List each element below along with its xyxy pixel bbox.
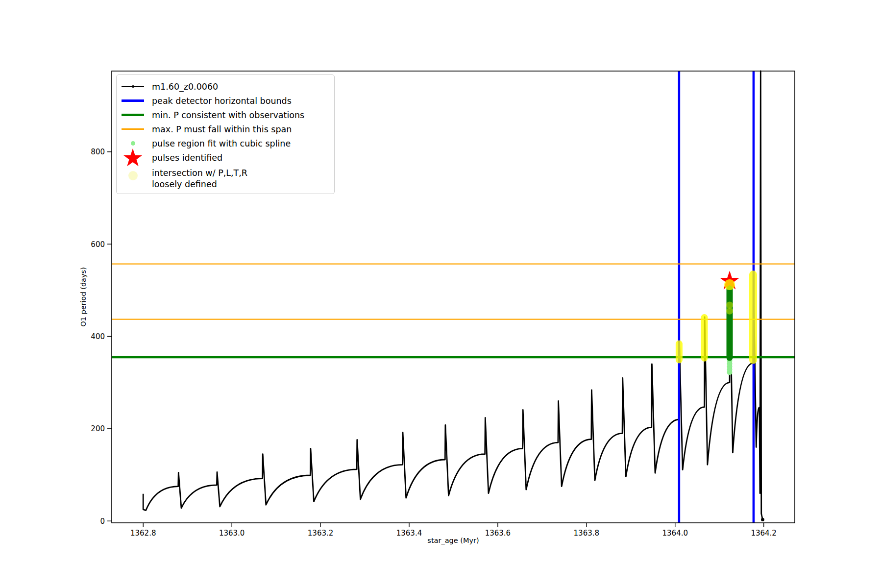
y-tick-label: 800 xyxy=(91,147,105,156)
threshold-lines-group xyxy=(112,264,795,357)
legend-row-min-p: min. P consistent with observations xyxy=(121,108,329,122)
legend-label: intersection w/ P,L,T,R loosely defined xyxy=(152,168,247,190)
legend-label-line2: loosely defined xyxy=(152,179,217,189)
red-star-icon xyxy=(121,150,145,165)
legend-row-series: m1.60_z0.0060 xyxy=(121,79,329,94)
x-tick-label: 1364.2 xyxy=(751,529,777,538)
legend-row-intersection: intersection w/ P,L,T,R loosely defined xyxy=(121,165,329,190)
legend-row-spline: pulse region fit with cubic spline xyxy=(121,136,329,150)
legend-label: peak detector horizontal bounds xyxy=(152,95,292,107)
legend-row-max-p: max. P must fall within this span xyxy=(121,122,329,136)
legend-label: m1.60_z0.0060 xyxy=(152,81,218,93)
legend-label-line1: intersection w/ P,L,T,R xyxy=(152,168,247,178)
x-tick-label: 1362.8 xyxy=(130,529,156,538)
x-axis-label: star_age (Myr) xyxy=(404,537,502,544)
legend-label: pulses identified xyxy=(152,152,222,164)
y-tick-label: 600 xyxy=(91,240,105,249)
x-tick-label: 1363.0 xyxy=(219,529,245,538)
y-axis-label: O1 period (days) xyxy=(79,253,87,341)
pale-yellow-dot-icon xyxy=(121,165,145,190)
figure: 1362.81363.01363.21363.41363.61363.81364… xyxy=(0,0,882,588)
curve-end-dot xyxy=(761,518,764,521)
legend-label: min. P consistent with observations xyxy=(152,109,304,121)
y-tick-label: 0 xyxy=(100,517,105,526)
legend-label: pulse region fit with cubic spline xyxy=(152,138,291,149)
pulse-overlays-group xyxy=(679,271,753,375)
x-tick-label: 1363.8 xyxy=(574,529,600,538)
line-with-dot-icon xyxy=(121,79,145,94)
blue-line-icon xyxy=(121,94,145,108)
green-line-icon xyxy=(121,108,145,122)
orange-line-icon xyxy=(121,122,145,136)
peak-detector-bounds-group xyxy=(679,71,754,523)
x-tick-label: 1364.0 xyxy=(662,529,688,538)
y-tick-label: 200 xyxy=(91,424,105,433)
x-tick-label: 1363.2 xyxy=(308,529,334,538)
legend-label: max. P must fall within this span xyxy=(152,123,292,135)
faint-yellow-dot xyxy=(726,301,733,308)
y-tick-label: 400 xyxy=(91,332,105,341)
legend-row-pulses: pulses identified xyxy=(121,150,329,165)
faint-yellow-dot xyxy=(726,308,733,315)
legend-row-peak-bounds: peak detector horizontal bounds xyxy=(121,94,329,108)
yellow-dot-on-star xyxy=(724,279,735,290)
legend: m1.60_z0.0060 peak detector horizontal b… xyxy=(116,74,335,194)
